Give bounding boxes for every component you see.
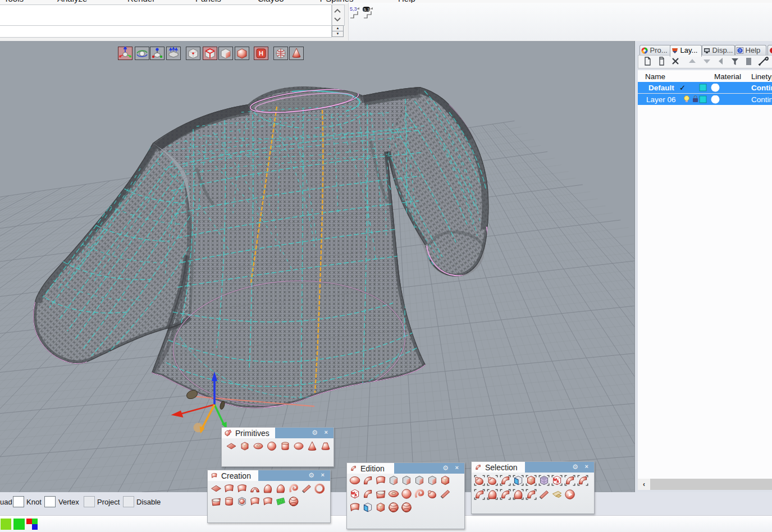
svg-text:?: ? bbox=[739, 48, 742, 53]
svg-text:H: H bbox=[259, 50, 263, 57]
svg-text:5,3: 5,3 bbox=[364, 7, 371, 12]
svg-text:5,3: 5,3 bbox=[350, 6, 357, 12]
